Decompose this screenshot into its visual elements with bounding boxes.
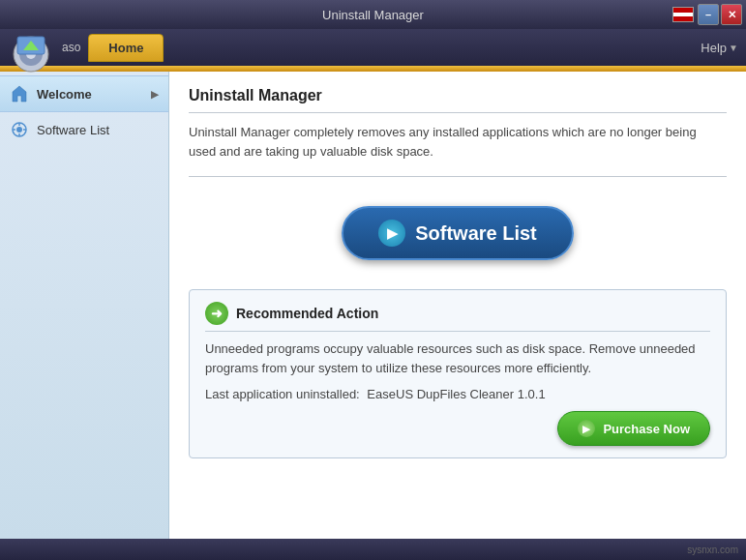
status-bar: sysnxn.com (0, 539, 746, 560)
purchase-button[interactable]: ▶ Purchase Now (557, 411, 710, 446)
recommended-text: Unneeded programs occupy valuable resour… (205, 339, 710, 377)
content-divider2 (189, 176, 727, 177)
sidebar-software-list-label: Software List (37, 123, 109, 137)
minimize-button[interactable]: – (698, 4, 719, 25)
recommended-icon: ➜ (205, 302, 228, 325)
main-area: Welcome ▶ Software List Uninstall Manage… (0, 72, 746, 539)
svg-marker-5 (13, 86, 26, 102)
close-button[interactable]: ✕ (721, 4, 742, 25)
content-divider (189, 112, 727, 113)
brand-text: aso (62, 41, 80, 54)
content-description: Uninstall Manager completely removes any… (189, 123, 727, 161)
software-list-button-label: Software List (415, 222, 537, 245)
app-logo (8, 29, 54, 75)
watermark: sysnxn.com (687, 545, 738, 555)
help-arrow-icon: ▼ (729, 43, 738, 53)
recommended-header: ➜ Recommended Action (205, 302, 710, 332)
software-list-icon (10, 120, 29, 139)
logo-area: aso (8, 19, 80, 75)
svg-point-7 (16, 127, 22, 133)
sidebar: Welcome ▶ Software List (0, 72, 169, 539)
purchase-play-icon: ▶ (578, 420, 595, 437)
help-button[interactable]: Help ▼ (701, 41, 738, 55)
sidebar-welcome-arrow: ▶ (151, 89, 159, 100)
software-list-play-icon: ▶ (378, 220, 405, 247)
recommended-last: Last application uninstalled: EaseUS Dup… (205, 387, 710, 401)
last-uninstalled-app: EaseUS DupFiles Cleaner 1.0.1 (367, 387, 545, 401)
menu-bar: aso Home Help ▼ (0, 29, 746, 66)
title-bar: Uninstall Manager – ✕ (0, 0, 746, 29)
app-title: Uninstall Manager (322, 8, 424, 22)
flag-icon (672, 7, 694, 22)
welcome-icon (10, 84, 29, 103)
last-uninstalled-label: Last application uninstalled: (205, 387, 360, 401)
software-list-button[interactable]: ▶ Software List (342, 206, 574, 260)
recommended-footer: ▶ Purchase Now (205, 411, 710, 446)
recommended-box: ➜ Recommended Action Unneeded programs o… (189, 289, 727, 458)
purchase-button-label: Purchase Now (603, 422, 690, 436)
sidebar-welcome-label: Welcome (37, 87, 92, 102)
title-bar-controls: – ✕ (672, 4, 742, 25)
content-pane: Uninstall Manager Uninstall Manager comp… (169, 72, 746, 539)
sidebar-item-software-list[interactable]: Software List (0, 112, 168, 147)
recommended-heading: Recommended Action (236, 306, 378, 321)
software-list-button-wrap: ▶ Software List (189, 206, 727, 260)
content-title: Uninstall Manager (189, 87, 727, 104)
sidebar-item-welcome[interactable]: Welcome ▶ (0, 75, 168, 112)
tab-home[interactable]: Home (88, 34, 164, 62)
